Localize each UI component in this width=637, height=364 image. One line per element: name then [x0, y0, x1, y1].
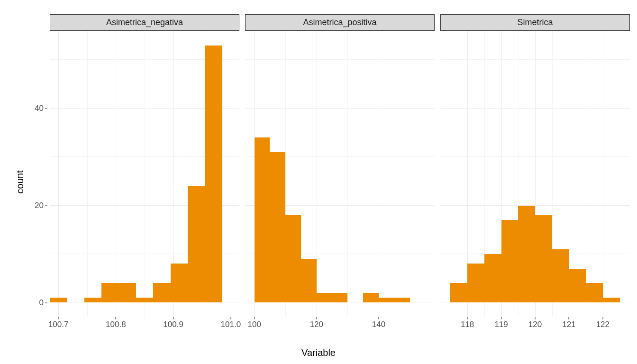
histogram-bar: [301, 259, 317, 302]
x-tick-label: 100.7: [48, 320, 69, 329]
x-tick-mark: [535, 317, 536, 319]
x-tick-mark: [501, 317, 501, 319]
y-tick-mark: [45, 109, 47, 109]
histogram-bar: [101, 283, 118, 302]
x-tick-label: 120: [528, 320, 542, 329]
histogram-bar: [317, 293, 332, 302]
x-tick-label: 100.8: [106, 320, 126, 329]
x-tick-mark: [58, 317, 59, 319]
x-axis-ticks: 100120140: [245, 317, 435, 336]
facet-panel: Asimetrica_positiva100120140: [245, 14, 435, 318]
histogram-bar: [136, 298, 153, 302]
histogram-bar: [171, 264, 188, 302]
facet-strip-label: Asimetrica_negativa: [50, 14, 239, 31]
histogram-bar: [394, 298, 410, 302]
x-tick-label: 119: [494, 320, 508, 329]
histogram-bar: [270, 152, 285, 302]
histogram-bar: [552, 249, 569, 303]
x-tick-label: 100: [247, 320, 261, 329]
histogram-bar: [50, 298, 67, 302]
facet-panels: Asimetrica_negativa100.7100.8100.9101.0A…: [50, 14, 630, 318]
histogram-bar: [205, 46, 222, 303]
faceted-histogram: count Variable 02040 Asimetrica_negativa…: [5, 5, 632, 359]
x-tick-mark: [316, 317, 317, 319]
histogram-bar: [153, 283, 170, 302]
histogram-bar: [84, 298, 101, 302]
x-tick-label: 118: [461, 320, 474, 329]
y-tick-label: 0: [25, 298, 44, 308]
histogram-bar: [467, 264, 484, 302]
histogram-bar: [118, 283, 136, 302]
x-tick-mark: [173, 317, 173, 319]
histogram-bar: [586, 283, 603, 302]
x-tick-label: 100.9: [163, 320, 183, 329]
histogram-bar: [379, 298, 394, 302]
y-tick-label: 40: [25, 104, 44, 113]
histogram-bar: [450, 283, 467, 302]
x-tick-label: 120: [310, 320, 323, 329]
y-axis-ticks: 02040: [27, 31, 47, 318]
histogram-bar: [285, 215, 301, 302]
histogram-bar: [188, 186, 205, 303]
histogram-bar: [363, 293, 379, 302]
histogram-bar: [518, 206, 535, 303]
x-tick-label: 101.0: [221, 320, 241, 329]
bars: [50, 31, 239, 317]
x-tick-mark: [230, 317, 231, 319]
x-axis-label: Variable: [301, 347, 336, 358]
x-tick-mark: [602, 317, 603, 319]
x-tick-mark: [254, 317, 255, 319]
histogram-bar: [332, 293, 348, 302]
bars: [440, 31, 630, 317]
x-tick-mark: [569, 317, 569, 319]
x-tick-mark: [378, 317, 379, 319]
facet-panel: Asimetrica_negativa100.7100.8100.9101.0: [50, 14, 239, 318]
y-tick-mark: [45, 206, 47, 206]
x-tick-mark: [116, 317, 116, 319]
bars: [245, 31, 435, 317]
histogram-bar: [603, 298, 620, 302]
x-tick-label: 122: [596, 320, 610, 329]
histogram-bar: [255, 137, 270, 302]
y-axis-label: count: [15, 171, 26, 194]
histogram-bar: [535, 215, 552, 302]
x-tick-label: 121: [562, 320, 575, 329]
plot-area: 100120140: [245, 31, 435, 318]
facet-strip-label: Simetrica: [440, 14, 630, 31]
y-tick-mark: [45, 303, 47, 303]
facet-strip-label: Asimetrica_positiva: [245, 14, 435, 31]
histogram-bar: [501, 220, 519, 302]
facet-panel: Simetrica118119120121122: [440, 14, 630, 318]
x-tick-label: 140: [372, 320, 385, 329]
x-axis-ticks: 100.7100.8100.9101.0: [50, 317, 239, 336]
histogram-bar: [569, 269, 586, 303]
plot-area: 118119120121122: [440, 31, 630, 318]
x-tick-mark: [467, 317, 468, 319]
y-tick-label: 20: [25, 201, 44, 210]
histogram-bar: [484, 254, 501, 302]
x-axis-ticks: 118119120121122: [440, 317, 630, 336]
plot-area: 100.7100.8100.9101.0: [50, 31, 239, 318]
